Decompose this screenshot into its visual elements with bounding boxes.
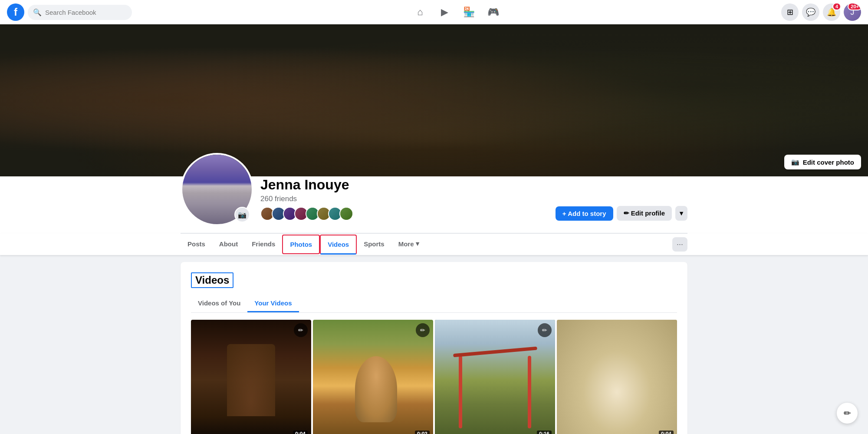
profile-badge: 20+ xyxy=(848,3,861,10)
video-nav-button[interactable]: ▶ xyxy=(434,2,455,23)
profile-name: Jenna Inouye xyxy=(260,176,556,193)
nav-left: f 🔍 xyxy=(7,3,132,21)
tabs-container: Posts About Friends Photos Videos Sports xyxy=(0,233,868,255)
videos-card: Videos Videos of You Your Videos ✏ xyxy=(181,262,687,434)
friend-avatar[interactable] xyxy=(339,207,353,221)
edit-cover-label: Edit cover photo xyxy=(803,159,854,166)
tabs-ellipsis-button[interactable]: ··· xyxy=(672,237,687,252)
tab-about[interactable]: About xyxy=(212,234,245,255)
video-sub-tabs: Videos of You Your Videos xyxy=(191,295,677,313)
more-actions-button[interactable]: ▾ xyxy=(675,206,687,221)
video-thumbnail[interactable]: 0:04 xyxy=(557,320,677,434)
marketplace-nav-button[interactable]: 🏪 xyxy=(458,2,479,23)
facebook-logo[interactable]: f xyxy=(7,3,24,21)
camera-icon: 📷 xyxy=(791,158,799,166)
video-sub-tab-of-you[interactable]: Videos of You xyxy=(191,295,247,312)
tab-photos[interactable]: Photos xyxy=(282,235,320,254)
video-duration: 0:04 xyxy=(293,431,308,434)
video-thumbnail[interactable]: ✏ 0:03 xyxy=(313,320,433,434)
notifications-badge: 4 xyxy=(832,3,841,10)
nav-right: ⊞ 💬 🔔 4 J 20+ xyxy=(781,3,861,21)
search-icon: 🔍 xyxy=(33,8,42,17)
tab-videos[interactable]: Videos xyxy=(320,235,357,255)
tab-sports[interactable]: Sports xyxy=(357,234,391,255)
home-nav-button[interactable]: ⌂ xyxy=(410,2,431,23)
video-duration: 0:04 xyxy=(659,431,674,434)
cover-section: 📷 Edit cover photo 📷 Jenna Inouye 260 fr… xyxy=(0,24,868,233)
grid-menu-button[interactable]: ⊞ xyxy=(781,3,799,21)
gaming-nav-button[interactable]: 🎮 xyxy=(483,2,503,23)
messenger-button[interactable]: 💬 xyxy=(802,3,819,21)
profile-section: 📷 Jenna Inouye 260 friends xyxy=(174,176,694,233)
video-duration: 0:16 xyxy=(537,431,552,434)
tab-more[interactable]: More ▾ xyxy=(391,234,426,255)
content-area: Videos Videos of You Your Videos ✏ xyxy=(174,262,694,434)
main-content: 📷 Edit cover photo 📷 Jenna Inouye 260 fr… xyxy=(0,0,868,434)
search-input[interactable] xyxy=(45,9,127,16)
search-box[interactable]: 🔍 xyxy=(28,5,132,20)
profile-avatar-wrap: 📷 xyxy=(181,153,253,226)
chevron-down-icon: ▾ xyxy=(416,240,419,248)
notifications-button[interactable]: 🔔 4 xyxy=(823,3,840,21)
change-avatar-button[interactable]: 📷 xyxy=(234,207,250,222)
profile-info-row: 📷 Jenna Inouye 260 friends xyxy=(181,176,687,233)
profile-avatar-button[interactable]: J 20+ xyxy=(844,3,861,21)
add-to-story-button[interactable]: + Add to story xyxy=(556,206,613,221)
top-navigation: f 🔍 ⌂ ▶ 🏪 🎮 ⊞ 💬 🔔 4 J 20+ xyxy=(0,0,868,24)
tabs-row: Posts About Friends Photos Videos Sports xyxy=(181,233,687,255)
videos-title: Videos xyxy=(191,272,233,288)
page-edit-button[interactable]: ✏ xyxy=(837,403,858,424)
video-duration: 0:03 xyxy=(415,431,430,434)
profile-actions: + Add to story ✏ Edit profile ▾ xyxy=(556,206,687,226)
tab-posts[interactable]: Posts xyxy=(181,234,212,255)
video-thumbnail[interactable]: ✏ 0:16 xyxy=(435,320,555,434)
profile-details: Jenna Inouye 260 friends xyxy=(260,176,556,226)
video-thumbnail[interactable]: ✏ 0:04 xyxy=(191,320,311,434)
profile-tabs: Posts About Friends Photos Videos Sports xyxy=(174,233,694,255)
profile-friends-count: 260 friends xyxy=(260,195,556,203)
video-sub-tab-your-videos[interactable]: Your Videos xyxy=(247,295,299,312)
cover-photo: 📷 Edit cover photo xyxy=(0,24,868,176)
edit-cover-photo-button[interactable]: 📷 Edit cover photo xyxy=(784,155,861,169)
edit-profile-button[interactable]: ✏ Edit profile xyxy=(617,206,672,221)
tab-friends[interactable]: Friends xyxy=(245,234,282,255)
nav-center: ⌂ ▶ 🏪 🎮 xyxy=(132,2,781,23)
video-grid: ✏ 0:04 ✏ 0:03 xyxy=(191,320,677,434)
friend-avatars-list xyxy=(260,207,556,221)
cover-photo-image xyxy=(0,24,868,176)
